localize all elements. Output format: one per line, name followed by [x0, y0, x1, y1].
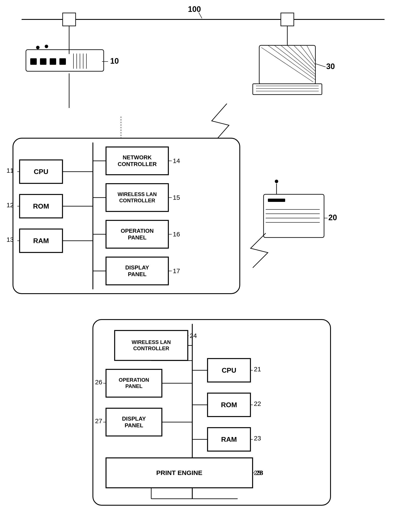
- operation-panel-top-box: OPERATIONPANEL: [106, 220, 169, 248]
- svg-text:14: 14: [173, 157, 180, 164]
- svg-text:100: 100: [188, 5, 201, 14]
- diagram-svg: 100 10: [0, 0, 407, 532]
- svg-rect-14: [59, 58, 66, 65]
- ref-28: 28: [256, 470, 263, 477]
- wireless-lan-controller-bottom-box: WIRELESS LANCONTROLLER: [115, 330, 188, 361]
- svg-point-8: [36, 46, 39, 49]
- svg-rect-2: [281, 13, 294, 26]
- svg-text:20: 20: [328, 213, 337, 222]
- svg-text:21: 21: [254, 366, 261, 373]
- svg-rect-12: [40, 58, 47, 65]
- svg-text:12: 12: [7, 201, 14, 208]
- svg-text:30: 30: [326, 62, 335, 71]
- svg-text:17: 17: [173, 267, 180, 274]
- svg-rect-13: [50, 58, 56, 65]
- svg-line-36: [315, 64, 326, 67]
- display-panel-bottom-box: DISPLAYPANEL: [106, 408, 162, 436]
- svg-text:11: 11: [7, 167, 14, 174]
- diagram-container: 100 10: [0, 0, 407, 532]
- svg-text:23: 23: [254, 435, 261, 442]
- svg-text:16: 16: [173, 231, 180, 238]
- rom-box-top: ROM: [19, 194, 63, 218]
- cpu-box-top: CPU: [19, 160, 63, 184]
- svg-text:24: 24: [190, 332, 197, 339]
- print-engine-box: PRINT ENGINE: [106, 458, 253, 488]
- network-controller-box: NETWORKCONTROLLER: [106, 147, 169, 175]
- svg-rect-11: [30, 58, 37, 65]
- operation-panel-bottom-box: OPERATIONPANEL: [106, 369, 162, 397]
- svg-text:15: 15: [173, 194, 180, 201]
- cpu-box-bottom: CPU: [207, 358, 250, 382]
- display-panel-top-box: DISPLAYPANEL: [106, 257, 169, 285]
- svg-point-44: [275, 180, 278, 183]
- svg-rect-38: [268, 199, 285, 202]
- ram-box-top: RAM: [19, 229, 63, 253]
- svg-point-9: [45, 45, 48, 48]
- ram-box-bottom: RAM: [207, 427, 250, 451]
- wireless-lan-controller-top-box: WIRELESS LANCONTROLLER: [106, 184, 169, 212]
- svg-rect-31: [253, 84, 322, 95]
- svg-text:10: 10: [110, 57, 119, 65]
- svg-text:27: 27: [95, 417, 102, 424]
- svg-text:22: 22: [254, 400, 261, 407]
- rom-box-bottom: ROM: [207, 393, 250, 417]
- svg-rect-1: [63, 13, 76, 26]
- svg-text:26: 26: [95, 378, 102, 386]
- svg-text:13: 13: [7, 236, 14, 243]
